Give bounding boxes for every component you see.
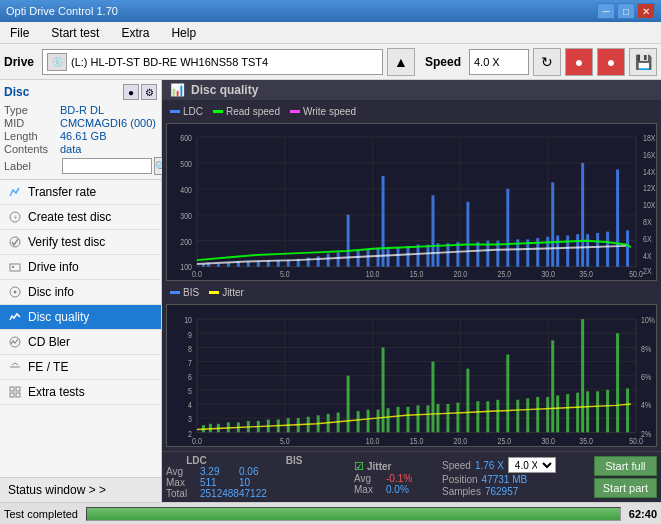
disc-settings-icon[interactable]: ⚙ — [141, 84, 157, 100]
svg-rect-73 — [416, 245, 419, 267]
contents-val: data — [60, 143, 81, 155]
bottom-chart: 10 9 8 7 6 5 4 3 2 10% 8% 6% 4% 2% 0.0 — [166, 304, 657, 447]
stats-table: LDC BIS Avg 3.29 0.06 Max 511 10 Total 2… — [166, 455, 346, 499]
legend-bis: BIS — [170, 287, 199, 298]
sidebar-item-transfer-rate[interactable]: Transfer rate — [0, 180, 161, 205]
save-button[interactable]: 💾 — [629, 48, 657, 76]
svg-rect-67 — [367, 250, 370, 267]
avg-row-label: Avg — [166, 466, 196, 477]
svg-rect-75 — [431, 195, 434, 266]
svg-rect-69 — [382, 176, 385, 267]
svg-text:50.0: 50.0 — [629, 434, 643, 446]
start-full-button[interactable]: Start full — [594, 456, 657, 476]
svg-text:14X: 14X — [643, 167, 656, 177]
svg-rect-83 — [506, 189, 509, 267]
svg-rect-173 — [536, 397, 539, 432]
nav-label-create-test-disc: Create test disc — [28, 210, 111, 224]
svg-text:0.0: 0.0 — [192, 434, 202, 446]
sidebar-item-disc-quality[interactable]: Disc quality — [0, 305, 161, 330]
refresh-button[interactable]: ↻ — [533, 48, 561, 76]
sidebar-item-create-test-disc[interactable]: + Create test disc — [0, 205, 161, 230]
chart-title: Disc quality — [191, 83, 258, 97]
sidebar-item-drive-info[interactable]: Drive info — [0, 255, 161, 280]
sidebar-item-fe-te[interactable]: FE / TE — [0, 355, 161, 380]
nav-label-disc-info: Disc info — [28, 285, 74, 299]
svg-rect-63 — [327, 254, 330, 267]
label-input[interactable] — [62, 158, 152, 174]
sidebar-item-extra-tests[interactable]: Extra tests — [0, 380, 161, 405]
svg-rect-177 — [566, 394, 569, 432]
menu-help[interactable]: Help — [165, 24, 202, 42]
svg-text:200: 200 — [180, 237, 192, 247]
svg-text:18X: 18X — [643, 133, 656, 143]
menu-start-test[interactable]: Start test — [45, 24, 105, 42]
drive-label: Drive — [4, 55, 34, 69]
svg-rect-95 — [606, 232, 609, 267]
svg-rect-156 — [382, 347, 385, 432]
svg-rect-167 — [476, 401, 479, 432]
write-speed-color — [290, 110, 300, 113]
svg-rect-154 — [367, 409, 370, 432]
eject-button[interactable]: ▲ — [387, 48, 415, 76]
nav-label-transfer-rate: Transfer rate — [28, 185, 96, 199]
svg-rect-80 — [476, 242, 479, 267]
jitter-section: ☑ Jitter Avg -0.1% Max 0.0% — [354, 460, 434, 495]
svg-rect-62 — [317, 256, 320, 266]
legend-jitter: Jitter — [209, 287, 244, 298]
drive-info-icon — [8, 260, 22, 274]
info-button[interactable]: ● — [597, 48, 625, 76]
start-part-button[interactable]: Start part — [594, 478, 657, 498]
top-chart-svg: 600 500 400 300 200 100 18X 16X 14X 12X … — [167, 124, 656, 280]
nav-items: Transfer rate + Create test disc Verify … — [0, 180, 161, 405]
minimize-button[interactable]: ─ — [597, 3, 615, 19]
legend-ldc: LDC — [170, 106, 203, 117]
main-layout: Disc ● ⚙ Type BD-R DL MID CMCMAGDI6 (000… — [0, 80, 661, 502]
svg-rect-89 — [556, 235, 559, 266]
svg-text:25.0: 25.0 — [498, 269, 512, 279]
nav-label-drive-info: Drive info — [28, 260, 79, 274]
svg-rect-178 — [576, 392, 579, 432]
legend-write-speed: Write speed — [290, 106, 356, 117]
drive-selector[interactable]: 💿 (L:) HL-DT-ST BD-RE WH16NS58 TST4 — [42, 49, 383, 75]
contents-key: Contents — [4, 143, 60, 155]
sidebar-item-disc-info[interactable]: Disc info — [0, 280, 161, 305]
samples-label: Samples — [442, 486, 481, 497]
settings-button[interactable]: ● — [565, 48, 593, 76]
svg-rect-9 — [10, 387, 14, 391]
svg-text:500: 500 — [180, 159, 192, 169]
toolbar: Drive 💿 (L:) HL-DT-ST BD-RE WH16NS58 TST… — [0, 44, 661, 80]
bottom-chart-legend: BIS Jitter — [166, 285, 657, 300]
status-window-button[interactable]: Status window > > — [0, 478, 161, 502]
cd-bler-icon — [8, 335, 22, 349]
maximize-button[interactable]: □ — [617, 3, 635, 19]
bis-color — [170, 291, 180, 294]
svg-rect-71 — [397, 247, 400, 266]
mid-val: CMCMAGDI6 (000) — [60, 117, 156, 129]
type-val: BD-R DL — [60, 104, 104, 116]
svg-text:+: + — [14, 214, 18, 221]
svg-rect-70 — [387, 247, 390, 266]
sidebar-item-cd-bler[interactable]: CD Bler — [0, 330, 161, 355]
svg-rect-4 — [12, 266, 14, 268]
close-button[interactable]: ✕ — [637, 3, 655, 19]
svg-text:5: 5 — [188, 384, 192, 396]
speed-stat-dropdown[interactable]: 4.0 X — [508, 457, 556, 473]
menu-file[interactable]: File — [4, 24, 35, 42]
position-val: 47731 MB — [482, 474, 528, 485]
svg-rect-52 — [217, 264, 220, 267]
svg-text:20.0: 20.0 — [454, 269, 468, 279]
drive-icon: 💿 — [47, 53, 67, 71]
svg-rect-64 — [337, 252, 340, 266]
menu-extra[interactable]: Extra — [115, 24, 155, 42]
speed-position-section: Speed 1.76 X 4.0 X Position 47731 MB Sam… — [442, 457, 586, 497]
svg-point-6 — [14, 291, 17, 294]
svg-rect-180 — [586, 391, 589, 432]
speed-selector[interactable]: 4.0 X — [469, 49, 529, 75]
svg-rect-176 — [556, 395, 559, 432]
svg-text:400: 400 — [180, 185, 192, 195]
svg-rect-162 — [431, 361, 434, 432]
jitter-avg-label: Avg — [354, 473, 384, 484]
sidebar-item-verify-test-disc[interactable]: Verify test disc — [0, 230, 161, 255]
svg-rect-74 — [426, 245, 429, 267]
svg-rect-157 — [387, 408, 390, 432]
